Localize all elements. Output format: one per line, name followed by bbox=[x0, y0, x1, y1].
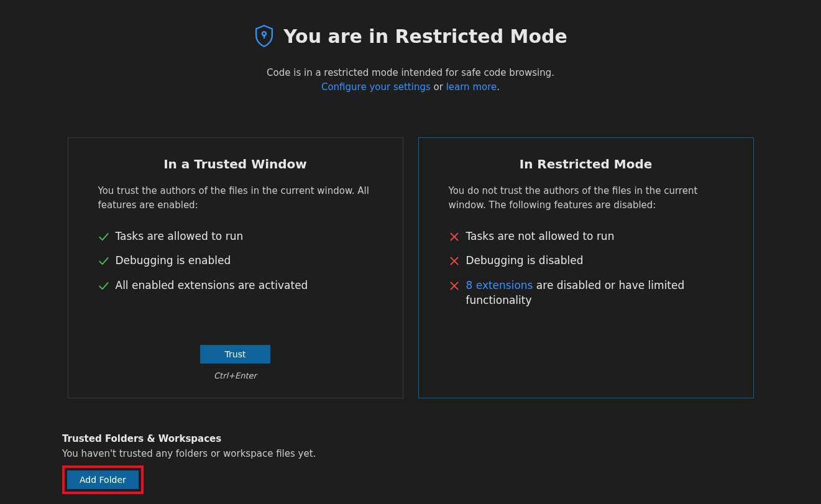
subtitle-period: . bbox=[497, 81, 500, 93]
list-item: Tasks are not allowed to run bbox=[449, 224, 723, 249]
learn-more-link[interactable]: learn more bbox=[446, 81, 497, 93]
check-icon bbox=[98, 255, 109, 267]
feature-text: Debugging is enabled bbox=[116, 254, 373, 268]
trusted-folders-description: You haven't trusted any folders or works… bbox=[62, 448, 759, 459]
page-title: You are in Restricted Mode bbox=[283, 25, 567, 47]
header: You are in Restricted Mode bbox=[62, 25, 759, 47]
restricted-card-description: You do not trust the authors of the file… bbox=[449, 184, 723, 213]
svg-point-0 bbox=[262, 32, 266, 35]
extensions-link[interactable]: 8 extensions bbox=[466, 279, 533, 291]
list-item: Debugging is enabled bbox=[98, 249, 373, 273]
x-icon bbox=[449, 255, 460, 267]
cards-row: In a Trusted Window You trust the author… bbox=[62, 137, 759, 398]
list-item: Debugging is disabled bbox=[449, 249, 723, 273]
restricted-card: In Restricted Mode You do not trust the … bbox=[418, 137, 754, 398]
feature-text: 8 extensions are disabled or have limite… bbox=[466, 278, 723, 308]
trusted-card-footer: Trust Ctrl+Enter bbox=[98, 332, 373, 380]
add-folder-button[interactable]: Add Folder bbox=[67, 470, 139, 489]
trusted-folders-section: Trusted Folders & Workspaces You haven't… bbox=[62, 433, 759, 494]
check-icon bbox=[98, 280, 109, 291]
restricted-card-title: In Restricted Mode bbox=[449, 157, 723, 172]
trust-button[interactable]: Trust bbox=[200, 345, 271, 364]
subtitle-or: or bbox=[431, 81, 446, 93]
trusted-card: In a Trusted Window You trust the author… bbox=[68, 137, 403, 398]
feature-text: Debugging is disabled bbox=[466, 254, 723, 268]
trusted-card-title: In a Trusted Window bbox=[98, 157, 373, 172]
list-item: Tasks are allowed to run bbox=[98, 224, 373, 249]
subtitle: Code is in a restricted mode intended fo… bbox=[62, 66, 759, 94]
restricted-feature-list: Tasks are not allowed to run Debugging i… bbox=[449, 224, 723, 313]
list-item: 8 extensions are disabled or have limite… bbox=[449, 273, 723, 313]
trusted-card-description: You trust the authors of the files in th… bbox=[98, 184, 373, 213]
list-item: All enabled extensions are activated bbox=[98, 273, 373, 298]
check-icon bbox=[98, 231, 109, 242]
feature-text: All enabled extensions are activated bbox=[116, 278, 373, 293]
subtitle-text: Code is in a restricted mode intended fo… bbox=[267, 67, 554, 78]
trust-shortcut: Ctrl+Enter bbox=[98, 371, 373, 380]
shield-icon bbox=[254, 25, 275, 47]
workspace-trust-editor: You are in Restricted Mode Code is in a … bbox=[0, 0, 821, 504]
configure-settings-link[interactable]: Configure your settings bbox=[321, 81, 431, 93]
add-folder-highlight: Add Folder bbox=[62, 465, 144, 494]
feature-text: Tasks are not allowed to run bbox=[466, 229, 723, 244]
feature-text: Tasks are allowed to run bbox=[116, 229, 373, 244]
trusted-folders-title: Trusted Folders & Workspaces bbox=[62, 433, 759, 444]
x-icon bbox=[449, 231, 460, 242]
x-icon bbox=[449, 280, 460, 291]
trusted-feature-list: Tasks are allowed to run Debugging is en… bbox=[98, 224, 373, 298]
